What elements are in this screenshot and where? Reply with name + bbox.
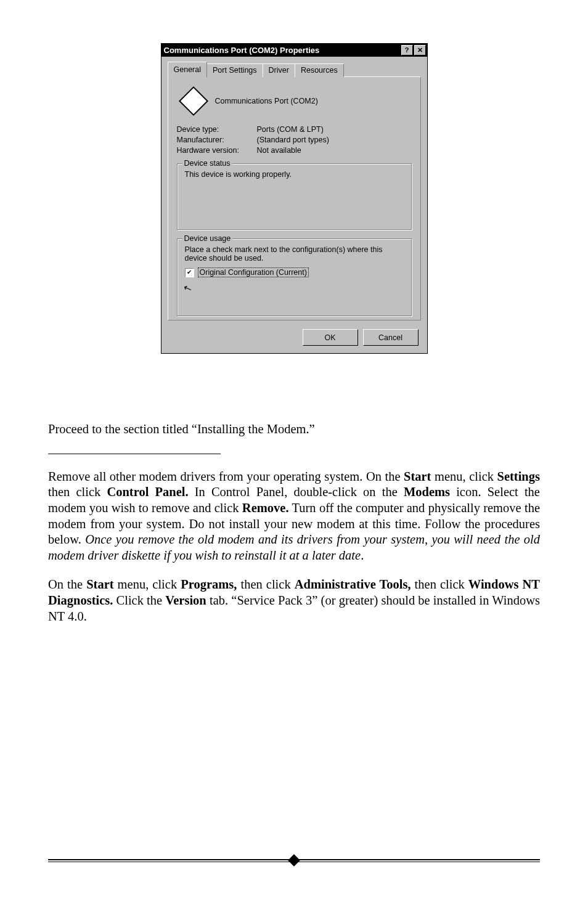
cursor-icon: ↖	[184, 287, 191, 290]
device-status-legend: Device status	[182, 159, 232, 168]
window-title: Communications Port (COM2) Properties	[164, 46, 320, 55]
help-button[interactable]: ?	[401, 45, 413, 55]
tab-resources[interactable]: Resources	[295, 63, 344, 77]
titlebar: Communications Port (COM2) Properties ? …	[161, 44, 427, 57]
device-usage-group: Device usage Place a check mark next to …	[177, 238, 412, 316]
device-status-group: Device status This device is working pro…	[177, 163, 412, 230]
tab-strip: General Port Settings Driver Resources	[168, 62, 421, 77]
tab-port-settings[interactable]: Port Settings	[206, 63, 263, 77]
tab-driver[interactable]: Driver	[263, 63, 295, 77]
ok-button[interactable]: OK	[303, 329, 358, 346]
tab-general[interactable]: General	[168, 62, 207, 78]
properties-dialog: Communications Port (COM2) Properties ? …	[161, 43, 428, 354]
device-type-label: Device type:	[177, 125, 257, 134]
config-label[interactable]: Original Configuration (Current)	[198, 267, 309, 277]
device-usage-legend: Device usage	[182, 234, 233, 243]
tab-content-general: Communications Port (COM2) Device type: …	[168, 76, 421, 320]
cancel-button[interactable]: Cancel	[363, 329, 419, 346]
hardware-version-label: Hardware version:	[177, 146, 257, 155]
checkmark-icon: ✔	[187, 269, 192, 275]
device-type-value: Ports (COM & LPT)	[257, 125, 324, 134]
port-icon	[178, 86, 208, 116]
close-button[interactable]: ✕	[414, 45, 426, 55]
manufacturer-value: (Standard port types)	[257, 136, 329, 144]
config-checkbox[interactable]: ✔	[185, 268, 194, 277]
device-usage-text: Place a check mark next to the configura…	[185, 245, 404, 263]
paragraph-proceed: Proceed to the section titled “Installin…	[48, 422, 540, 438]
document-body: Proceed to the section titled “Installin…	[48, 422, 540, 624]
divider	[48, 454, 221, 454]
manufacturer-label: Manufacturer:	[177, 136, 257, 144]
footer-ornament	[48, 856, 540, 865]
hardware-version-value: Not available	[257, 146, 301, 155]
paragraph-nt-diagnostics: On the Start menu, click Programs, then …	[48, 577, 540, 624]
diamond-icon	[288, 854, 300, 866]
paragraph-remove-drivers: Remove all other modem drivers from your…	[48, 469, 540, 564]
device-status-text: This device is working properly.	[185, 170, 404, 179]
device-name: Communications Port (COM2)	[215, 97, 318, 105]
